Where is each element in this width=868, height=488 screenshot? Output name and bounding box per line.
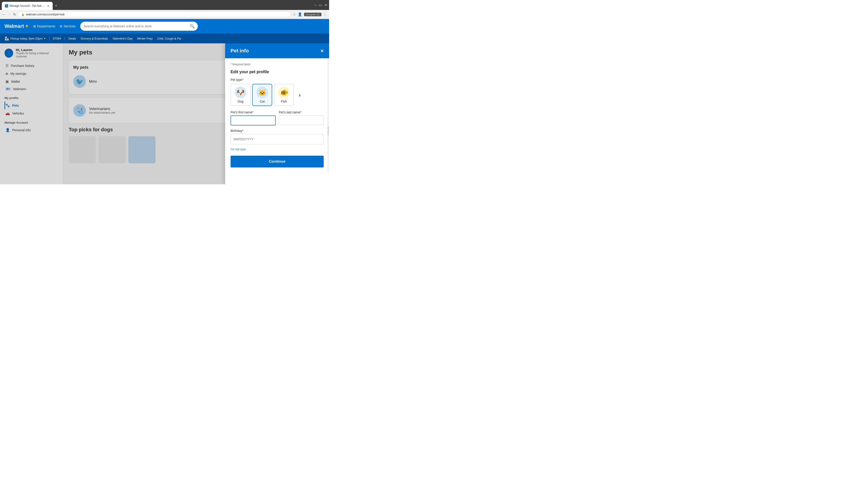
incognito-badge[interactable]: Incognito (3) — [304, 13, 321, 16]
not-sure-link[interactable]: I'm not sure — [230, 148, 246, 151]
first-name-required-star: * — [252, 110, 253, 114]
profile-button[interactable]: 👤 — [298, 12, 302, 17]
back-button[interactable]: ← — [2, 12, 6, 17]
birthday-group: Birthday* — [230, 129, 324, 144]
pickup-text: Pickup today, 9pm-10pm — [10, 37, 43, 40]
address-bar-row: ← → ↻ 🔒 walmart.com/account/pet-hub ☆ 👤 … — [0, 10, 329, 19]
pet-type-more-button[interactable]: › — [296, 91, 304, 99]
services-nav[interactable]: ⊛ Services — [60, 24, 76, 28]
chevron-right-icon: › — [299, 92, 301, 98]
modal-header: Pet info × — [225, 43, 329, 58]
birthday-required-star: * — [242, 129, 243, 133]
tab-favicon: ✦ — [5, 4, 8, 7]
bookmark-button[interactable]: ☆ — [293, 12, 296, 17]
logo-spark-icon: ✦ — [25, 24, 29, 29]
birthday-label: Birthday* — [230, 129, 324, 133]
scrollbar-thumb — [328, 127, 329, 135]
tab-title: Manage Account - Pet hub - W... — [9, 4, 46, 7]
birthday-input[interactable] — [230, 134, 324, 144]
active-tab[interactable]: ✦ Manage Account - Pet hub - W... ✕ — [2, 2, 53, 10]
grid-icon: ⊞ — [33, 24, 36, 28]
grocery-nav[interactable]: Grocery & Essentials — [81, 37, 108, 40]
pet-type-cat[interactable]: 🐱 Cat — [252, 84, 272, 106]
address-url: walmart.com/account/pet-hub — [26, 13, 65, 16]
cold-nav[interactable]: Cold, Cough & Flu — [157, 37, 181, 40]
search-icon[interactable]: 🔍 — [190, 24, 195, 29]
new-tab-button[interactable]: + — [53, 3, 59, 8]
menu-button[interactable]: ⋮ — [323, 12, 327, 17]
modal-title: Pet info — [230, 48, 249, 54]
pickup-chevron-icon: ▾ — [44, 37, 45, 40]
address-lock-icon: 🔒 — [21, 13, 25, 16]
modal-body: * Required fields Edit your pet profile … — [225, 58, 329, 172]
sub-header: 🏪 Pickup today, 9pm-10pm ▾ 07094 Deals G… — [0, 33, 329, 43]
pet-type-required-star: * — [242, 78, 243, 82]
fish-label: Fish — [281, 100, 287, 103]
reload-button[interactable]: ↻ — [13, 12, 16, 17]
logo-text: Walmart — [4, 23, 24, 29]
pet-last-name-input[interactable] — [279, 116, 324, 125]
pet-type-dog[interactable]: 🐶 Dog — [230, 84, 250, 106]
first-name-label: Pet's first name* — [230, 110, 276, 114]
modal-close-button[interactable]: × — [320, 48, 324, 54]
departments-nav[interactable]: ⊞ Departments — [33, 24, 55, 28]
services-icon: ⊛ — [60, 24, 62, 28]
edit-profile-title: Edit your pet profile — [230, 70, 324, 74]
last-name-group: Pet's last name* — [279, 110, 324, 125]
required-note: * Required fields — [230, 63, 324, 66]
dog-icon-circle: 🐶 — [235, 87, 246, 98]
cat-icon-circle: 🐱 — [256, 87, 268, 98]
window-controls: ─ ▭ ✕ — [314, 0, 327, 10]
continue-button[interactable]: Continue — [230, 156, 324, 167]
walmart-logo[interactable]: Walmart ✦ — [4, 23, 29, 29]
winter-nav[interactable]: Winter Prep — [137, 37, 153, 40]
tab-list: ✦ Manage Account - Pet hub - W... ✕ + — [2, 0, 59, 10]
services-label: Services — [64, 24, 76, 28]
pet-type-row: 🐶 Dog 🐱 Cat 🐠 Fish › — [230, 84, 324, 106]
fish-icon-circle: 🐠 — [278, 87, 290, 98]
address-bar[interactable]: 🔒 walmart.com/account/pet-hub — [18, 11, 291, 17]
zip-code[interactable]: 07094 — [53, 37, 65, 40]
valentines-nav[interactable]: Valentine's Day — [113, 37, 133, 40]
close-button[interactable]: ✕ — [324, 3, 327, 7]
dog-label: Dog — [238, 100, 243, 103]
page-body: 👤 Hi, Lauren Thanks for being a Walmart … — [0, 43, 329, 184]
scrollbar-track — [327, 58, 329, 172]
maximize-button[interactable]: ▭ — [319, 3, 322, 7]
pet-info-modal: Pet info × * Required fields Edit your p… — [225, 43, 329, 184]
last-name-label: Pet's last name* — [279, 110, 324, 114]
pickup-icon: 🏪 — [4, 36, 9, 41]
first-name-group: Pet's first name* — [230, 110, 276, 125]
pet-first-name-input[interactable] — [230, 116, 276, 125]
browser-chrome: ✦ Manage Account - Pet hub - W... ✕ + ─ … — [0, 0, 329, 10]
search-container[interactable]: 🔍 — [80, 22, 198, 31]
tab-close-icon[interactable]: ✕ — [47, 4, 50, 8]
cat-label: Cat — [260, 100, 265, 103]
pet-type-fish[interactable]: 🐠 Fish — [274, 84, 294, 106]
last-name-required-star: * — [300, 110, 301, 114]
search-input[interactable] — [84, 24, 190, 28]
name-fields-row: Pet's first name* Pet's last name* — [230, 110, 324, 125]
minimize-button[interactable]: ─ — [314, 3, 316, 7]
deals-nav[interactable]: Deals — [68, 37, 76, 40]
walmart-header: Walmart ✦ ⊞ Departments ⊛ Services 🔍 — [0, 19, 329, 33]
pickup-info[interactable]: 🏪 Pickup today, 9pm-10pm ▾ — [4, 36, 49, 41]
departments-label: Departments — [37, 24, 55, 28]
forward-button[interactable]: → — [8, 12, 11, 17]
pet-type-label: Pet type* — [230, 78, 324, 82]
